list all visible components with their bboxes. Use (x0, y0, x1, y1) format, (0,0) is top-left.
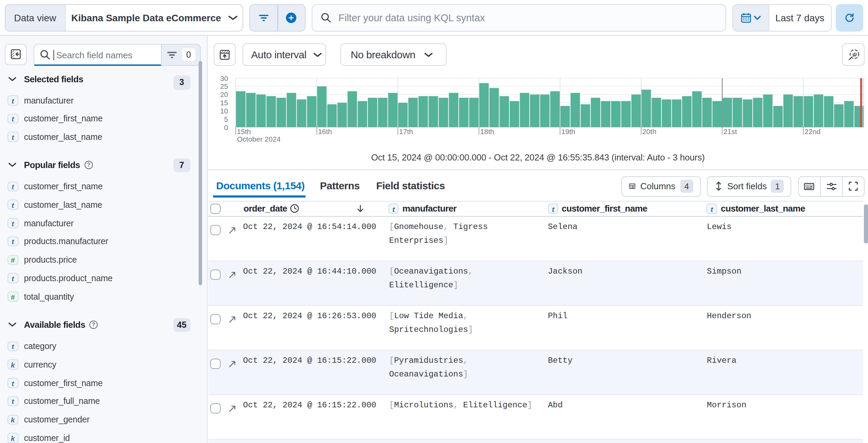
svg-text:17th: 17th (399, 128, 413, 135)
svg-text:20: 20 (220, 91, 228, 98)
svg-text:19th: 19th (561, 128, 575, 135)
svg-text:October 2024: October 2024 (237, 135, 281, 143)
svg-text:20th: 20th (642, 128, 656, 135)
svg-text:10: 10 (220, 107, 228, 115)
svg-text:30: 30 (220, 74, 228, 82)
svg-text:15th: 15th (237, 128, 251, 135)
svg-text:0: 0 (224, 123, 228, 131)
svg-text:?: ? (87, 161, 90, 168)
svg-text:21st: 21st (723, 128, 737, 135)
svg-text:22nd: 22nd (804, 128, 820, 135)
svg-text:15: 15 (220, 99, 228, 107)
svg-text:?: ? (92, 321, 96, 327)
svg-text:25: 25 (220, 82, 228, 90)
svg-text:16th: 16th (318, 128, 332, 135)
svg-text:18th: 18th (480, 128, 494, 135)
svg-text:5: 5 (224, 115, 228, 123)
